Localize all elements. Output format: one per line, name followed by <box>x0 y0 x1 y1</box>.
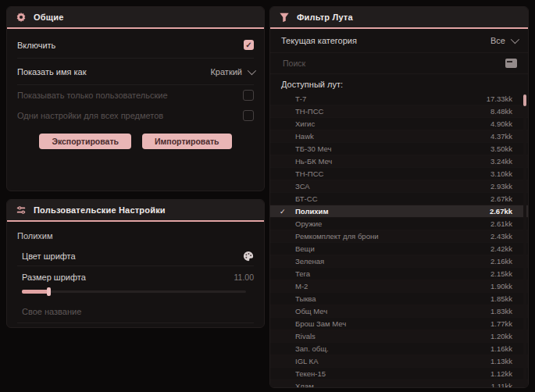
search-input[interactable] <box>281 58 499 69</box>
loot-item-name: ТБ-30 Меч <box>295 144 490 153</box>
same-settings-checkbox[interactable] <box>243 110 254 121</box>
only-custom-checkbox[interactable] <box>243 90 254 101</box>
scrollbar[interactable] <box>523 93 526 388</box>
font-size-slider[interactable] <box>22 287 254 296</box>
funnel-icon <box>279 12 290 23</box>
panel-general: Общие Включить Показать имя как Краткий … <box>6 6 265 191</box>
loot-item-value: 1.90kk <box>490 282 512 290</box>
enable-row: Включить <box>17 32 254 59</box>
loot-item-row[interactable]: БТ-СС 2.67kk <box>270 193 528 205</box>
loot-item-row[interactable]: Тега 2.15kk <box>270 268 528 280</box>
panel-custom-settings: Пользовательские Настройки Полихим Цвет … <box>6 199 265 328</box>
import-button[interactable]: Импортировать <box>142 134 232 149</box>
search-settings-icon[interactable] <box>505 59 517 68</box>
loot-item-row[interactable]: М-2 1.90kk <box>270 280 528 293</box>
loot-item-row[interactable]: IGL КА 1.13kk <box>270 355 528 368</box>
general-title: Общие <box>34 12 64 22</box>
loot-item-value: 1.83kk <box>490 307 512 315</box>
loot-item-row[interactable]: Нь-БК Меч 3.24kk <box>270 155 528 168</box>
chevron-down-icon <box>511 35 519 44</box>
loot-item-row[interactable]: ТБ-30 Меч 3.50kk <box>270 143 528 155</box>
loot-item-name: Т-7 <box>295 94 487 103</box>
enable-checkbox[interactable] <box>244 40 254 50</box>
loot-item-name: Хигис <box>295 119 490 128</box>
custom-settings-header: Пользовательские Настройки <box>7 200 264 220</box>
loot-item-row[interactable]: ТН-ПСС 3.10kk <box>270 168 528 180</box>
loot-item-value: 2.61kk <box>490 219 512 228</box>
slider-thumb[interactable] <box>47 287 51 296</box>
category-row: Текущая категория Все <box>270 29 528 53</box>
loot-item-name: Общ Меч <box>295 307 490 315</box>
loot-item-row[interactable]: Зеленая 2.16kk <box>270 255 528 268</box>
loot-item-name: Rivals <box>295 332 490 340</box>
loot-item-value: 2.15kk <box>490 269 512 278</box>
loot-item-row[interactable]: Хлам 1.11kk <box>270 380 528 388</box>
loot-item-row[interactable]: Ремкомплект для брони 2.43kk <box>270 230 528 243</box>
loot-item-row[interactable]: Т-7 17.33kk <box>270 93 528 105</box>
loot-list: Т-7 17.33kk ТН-ПСС 8.48kk Хигис 4.90kk <box>270 93 528 388</box>
loot-item-name: Полихим <box>295 207 490 216</box>
loot-item-value: 2.16kk <box>490 257 512 265</box>
selected-check-icon <box>280 208 295 216</box>
app-window: Общие Включить Показать имя как Краткий … <box>0 0 535 392</box>
export-button[interactable]: Экспортировать <box>39 134 131 149</box>
same-settings-row: Одни настройки для всех предметов <box>17 105 254 126</box>
loot-item-row[interactable]: Оружие 2.61kk <box>270 218 528 230</box>
name-mode-label: Показать имя как <box>17 67 87 77</box>
loot-filter-header: Фильтр Лута <box>270 7 528 27</box>
same-settings-label: Одни настройки для всех предметов <box>17 111 163 120</box>
loot-item-row[interactable]: ТН-ПСС 8.48kk <box>270 105 528 118</box>
loot-item-name: Брош Зам Меч <box>295 319 490 328</box>
available-loot-label: Доступный лут: <box>270 74 528 93</box>
custom-name-input[interactable] <box>17 301 254 323</box>
loot-item-name: IGL КА <box>295 357 490 365</box>
only-custom-label: Показывать только пользовательские <box>17 91 168 100</box>
loot-item-row[interactable]: Тыква 1.85kk <box>270 293 528 305</box>
enable-label: Включить <box>17 41 55 50</box>
font-color-row: Цвет шрифта <box>17 247 254 266</box>
loot-item-value: 17.33kk <box>487 94 512 103</box>
sliders-icon <box>16 205 27 216</box>
loot-item-row[interactable]: Хигис 4.90kk <box>270 118 528 130</box>
loot-item-row[interactable]: Вещи 2.42kk <box>270 243 528 255</box>
loot-item-value: 2.67kk <box>490 194 512 203</box>
loot-item-row[interactable]: Hawk 4.37kk <box>270 130 528 143</box>
slider-fill <box>22 290 48 294</box>
loot-item-row[interactable]: Зап. общ. 1.16kk <box>270 343 528 355</box>
slider-track <box>22 290 246 293</box>
loot-item-name: Хлам <box>295 382 491 388</box>
loot-item-row[interactable]: Брош Зам Меч 1.77kk <box>270 318 528 330</box>
palette-icon[interactable] <box>243 251 254 262</box>
only-custom-row: Показывать только пользовательские <box>17 85 254 105</box>
loot-item-value: 3.50kk <box>490 144 512 153</box>
loot-item-name: Тыква <box>295 294 490 303</box>
loot-item-value: 2.93kk <box>490 182 512 191</box>
category-dropdown[interactable]: Все <box>490 36 517 45</box>
font-size-row: Размер шрифта 11.00 <box>17 269 254 285</box>
loot-item-name: Нь-БК Меч <box>295 157 490 166</box>
loot-item-row[interactable]: Текен-15 1.12kk <box>270 368 528 380</box>
loot-item-row[interactable]: Полихим 2.67kk <box>270 205 528 218</box>
panel-loot-filter: Фильтр Лута Текущая категория Все Доступ… <box>269 6 529 388</box>
loot-item-value: 1.77kk <box>490 319 512 328</box>
loot-item-value: 4.90kk <box>490 119 512 128</box>
selected-item-name: Полихим <box>17 228 254 247</box>
custom-settings-title: Пользовательские Настройки <box>34 205 166 215</box>
loot-item-value: 2.67kk <box>490 207 512 216</box>
loot-item-name: Ремкомплект для брони <box>295 232 490 241</box>
loot-item-row[interactable]: ЗСА 2.93kk <box>270 180 528 193</box>
loot-item-name: БТ-СС <box>295 194 490 203</box>
loot-item-name: Вещи <box>295 244 490 253</box>
loot-item-value: 2.42kk <box>490 244 512 253</box>
loot-item-name: ТН-ПСС <box>295 169 490 178</box>
loot-item-name: ТН-ПСС <box>295 107 490 116</box>
loot-item-row[interactable]: Общ Меч 1.83kk <box>270 305 528 318</box>
name-mode-dropdown[interactable]: Краткий <box>210 67 254 77</box>
category-label: Текущая категория <box>281 36 357 45</box>
loot-item-name: Текен-15 <box>295 369 490 378</box>
loot-item-value: 3.10kk <box>490 169 512 178</box>
loot-item-row[interactable]: Rivals 1.20kk <box>270 330 528 343</box>
loot-item-value: 1.85kk <box>490 294 512 303</box>
name-mode-value: Краткий <box>210 67 242 77</box>
scrollbar-thumb[interactable] <box>523 94 526 106</box>
